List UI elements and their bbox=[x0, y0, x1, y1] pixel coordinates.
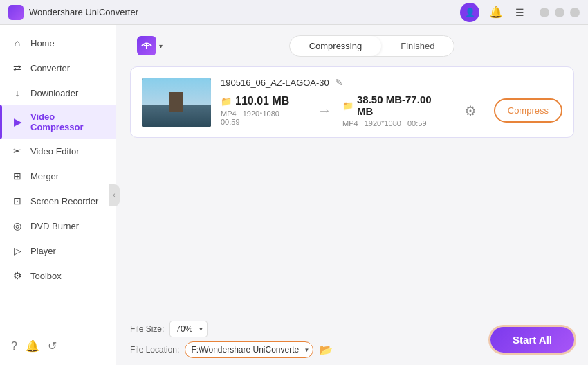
sidebar-item-label: Home bbox=[30, 38, 55, 48]
close-button[interactable]: ✕ bbox=[570, 8, 580, 17]
add-icon bbox=[137, 36, 156, 55]
notification-icon[interactable]: 🔔 bbox=[26, 339, 39, 353]
sidebar-item-player[interactable]: ▷ Player bbox=[0, 238, 116, 263]
file-name-row: 190516_06_AZ-LAGOA-30 ✎ bbox=[221, 77, 562, 88]
titlebar: Wondershare UniConverter 👤 🔔 ☰ — □ ✕ bbox=[0, 0, 588, 25]
sidebar-item-label: Toolbox bbox=[30, 271, 62, 281]
output-duration: 00:59 bbox=[407, 119, 427, 127]
titlebar-controls: 👤 🔔 ☰ — □ ✕ bbox=[460, 3, 580, 22]
start-all-button[interactable]: Start All bbox=[490, 327, 574, 353]
source-folder-icon: 📁 bbox=[221, 96, 232, 107]
source-duration: 00:59 bbox=[221, 118, 240, 126]
sidebar-toggle[interactable]: ‹ bbox=[109, 184, 120, 206]
sidebar-item-label: Merger bbox=[30, 171, 59, 181]
maximize-button[interactable]: □ bbox=[555, 8, 564, 17]
output-resolution: 1920*1080 bbox=[365, 119, 401, 127]
sidebar-item-label: Video Compressor bbox=[30, 112, 104, 132]
home-icon: ⌂ bbox=[11, 37, 24, 49]
main-content: ▾ Compressing Finished bbox=[116, 25, 588, 365]
profile-icon[interactable]: 👤 bbox=[460, 3, 479, 22]
file-size-row: File Size: 70% 50% 30% 90% bbox=[130, 321, 333, 337]
file-size-select-wrapper: 70% 50% 30% 90% bbox=[169, 321, 208, 337]
window-controls: — □ ✕ bbox=[540, 8, 580, 17]
file-location-label: File Location: bbox=[130, 345, 179, 355]
file-size-label: File Size: bbox=[130, 324, 164, 334]
screen-recorder-icon: ⊡ bbox=[11, 195, 24, 207]
dvd-burner-icon: ◎ bbox=[11, 220, 24, 232]
file-details: 📁 110.01 MB MP4 1920*1080 00:59 → bbox=[221, 94, 562, 127]
video-editor-icon: ✂ bbox=[11, 145, 24, 157]
arrow-icon: → bbox=[318, 103, 331, 118]
video-compressor-icon: ▶ bbox=[11, 116, 24, 128]
bottom-left: File Size: 70% 50% 30% 90% File Location… bbox=[130, 321, 333, 358]
app-logo bbox=[8, 5, 24, 20]
tab-compressing[interactable]: Compressing bbox=[290, 36, 382, 56]
tab-finished[interactable]: Finished bbox=[381, 36, 454, 56]
sidebar-item-toolbox[interactable]: ⚙ Toolbox bbox=[0, 263, 116, 288]
merger-icon: ⊞ bbox=[11, 170, 24, 182]
sidebar-footer: ? 🔔 ↺ bbox=[0, 332, 116, 359]
source-resolution: 1920*1080 bbox=[243, 109, 279, 118]
sidebar-item-video-compressor[interactable]: ▶ Video Compressor bbox=[0, 105, 116, 139]
help-icon[interactable]: ? bbox=[11, 340, 17, 353]
file-thumbnail bbox=[142, 78, 211, 127]
output-size-row: 📁 38.50 MB-77.00 MB bbox=[342, 94, 448, 117]
edit-icon[interactable]: ✎ bbox=[335, 77, 343, 88]
tabs: Compressing Finished bbox=[289, 35, 455, 57]
output-size: 38.50 MB-77.00 MB bbox=[357, 94, 448, 117]
file-name: 190516_06_AZ-LAGOA-30 bbox=[221, 78, 329, 88]
file-list: 190516_06_AZ-LAGOA-30 ✎ 📁 110.01 MB MP4 bbox=[116, 66, 588, 190]
bell-icon[interactable]: 🔔 bbox=[486, 3, 506, 22]
sidebar-item-downloader[interactable]: ↓ Downloader bbox=[0, 80, 116, 105]
output-meta: MP4 1920*1080 00:59 bbox=[342, 119, 448, 127]
tab-container: Compressing Finished bbox=[169, 35, 574, 57]
folder-open-icon[interactable]: 📂 bbox=[319, 344, 333, 357]
settings-button[interactable]: ⚙ bbox=[459, 98, 483, 123]
player-icon: ▷ bbox=[11, 244, 24, 257]
sidebar-item-label: DVD Burner bbox=[30, 221, 79, 231]
app-body: ⌂ Home ⇄ Converter ↓ Downloader ▶ Video … bbox=[0, 25, 588, 365]
file-location-row: File Location: F:\Wondershare UniConvert… bbox=[130, 341, 333, 358]
sidebar-item-video-editor[interactable]: ✂ Video Editor bbox=[0, 139, 116, 163]
menu-icon[interactable]: ☰ bbox=[513, 6, 527, 19]
file-location-select[interactable]: F:\Wondershare UniConverte bbox=[185, 341, 313, 358]
source-size: 110.01 MB bbox=[235, 95, 289, 107]
sidebar-item-label: Downloader bbox=[30, 88, 78, 98]
file-card: 190516_06_AZ-LAGOA-30 ✎ 📁 110.01 MB MP4 bbox=[130, 66, 574, 138]
file-info: 190516_06_AZ-LAGOA-30 ✎ 📁 110.01 MB MP4 bbox=[221, 77, 562, 127]
refresh-icon[interactable]: ↺ bbox=[48, 339, 57, 353]
file-location-select-wrapper: F:\Wondershare UniConverte bbox=[185, 341, 313, 358]
source-meta: MP4 1920*1080 00:59 bbox=[221, 109, 306, 126]
bottom-bar: File Size: 70% 50% 30% 90% File Location… bbox=[116, 314, 588, 365]
sidebar-item-screen-recorder[interactable]: ⊡ Screen Recorder bbox=[0, 188, 116, 213]
sidebar-item-label: Player bbox=[30, 246, 56, 256]
compress-button[interactable]: Compress bbox=[494, 98, 562, 123]
sidebar: ⌂ Home ⇄ Converter ↓ Downloader ▶ Video … bbox=[0, 25, 116, 365]
toolbox-icon: ⚙ bbox=[11, 269, 24, 282]
file-size-select[interactable]: 70% 50% 30% 90% bbox=[169, 321, 208, 337]
sidebar-item-label: Screen Recorder bbox=[30, 196, 98, 206]
sidebar-item-dvd-burner[interactable]: ◎ DVD Burner bbox=[0, 213, 116, 238]
output-format: MP4 bbox=[342, 119, 358, 127]
downloader-icon: ↓ bbox=[11, 87, 24, 99]
empty-area bbox=[116, 190, 588, 314]
source-size-row: 📁 110.01 MB bbox=[221, 95, 306, 107]
output-info: 📁 38.50 MB-77.00 MB MP4 1920*1080 00:59 bbox=[342, 94, 448, 127]
source-info: 📁 110.01 MB MP4 1920*1080 00:59 bbox=[221, 95, 306, 126]
sidebar-item-merger[interactable]: ⊞ Merger bbox=[0, 163, 116, 188]
minimize-button[interactable]: — bbox=[540, 8, 549, 17]
converter-icon: ⇄ bbox=[11, 62, 24, 74]
toolbar: ▾ Compressing Finished bbox=[116, 25, 588, 66]
sidebar-item-label: Converter bbox=[30, 63, 70, 73]
sidebar-item-home[interactable]: ⌂ Home bbox=[0, 30, 116, 55]
sidebar-item-label: Video Editor bbox=[30, 146, 80, 157]
app-title: Wondershare UniConverter bbox=[29, 7, 460, 17]
active-indicator bbox=[0, 105, 2, 139]
output-folder-icon: 📁 bbox=[342, 100, 353, 111]
sidebar-item-converter[interactable]: ⇄ Converter bbox=[0, 55, 116, 80]
source-format: MP4 bbox=[221, 109, 237, 118]
dropdown-caret: ▾ bbox=[159, 42, 163, 50]
add-files-button[interactable]: ▾ bbox=[130, 32, 169, 60]
